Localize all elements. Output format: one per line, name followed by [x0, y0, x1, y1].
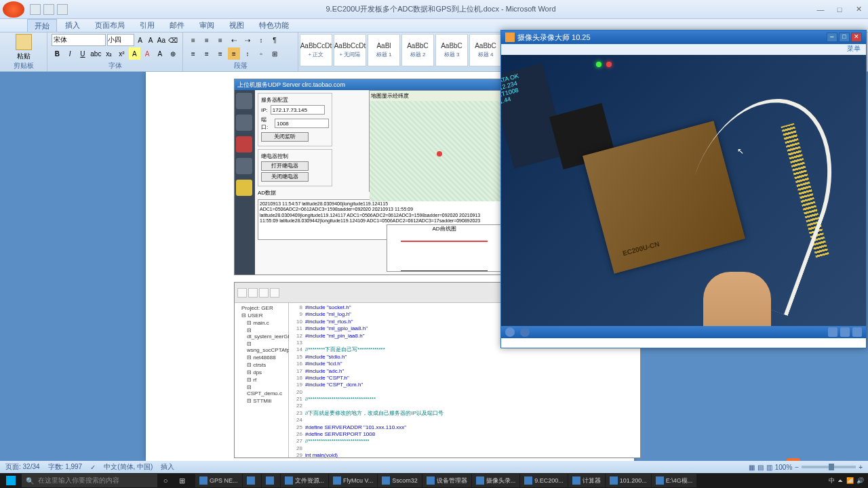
- ribbon-tab[interactable]: 审阅: [193, 19, 221, 32]
- numbering-btn[interactable]: ≡: [201, 34, 213, 46]
- taskbar-item[interactable]: 9.EC200...: [520, 474, 568, 487]
- maximize-button[interactable]: □: [833, 4, 846, 15]
- style-item[interactable]: AaBbC标题 3: [435, 34, 468, 66]
- taskbar-item[interactable]: [262, 474, 280, 487]
- char-border-btn[interactable]: A: [154, 47, 165, 60]
- ribbon-tab[interactable]: 插入: [58, 19, 87, 32]
- ip-input[interactable]: [271, 105, 325, 115]
- port-input[interactable]: [275, 119, 329, 128]
- project-tree[interactable]: Project: GER⊟ USER⊟ main.c⊟ dt_system_ie…: [235, 303, 289, 458]
- zoom-in-btn[interactable]: +: [859, 464, 863, 471]
- cam-close-btn[interactable]: ✕: [851, 33, 862, 42]
- sort-btn[interactable]: ↕: [255, 34, 267, 46]
- shrink-font-btn[interactable]: A: [146, 34, 155, 46]
- taskbar-search[interactable]: 🔍 在这里输入你要搜索的内容: [22, 474, 157, 487]
- align-right-btn[interactable]: ≡: [214, 47, 226, 60]
- udp-sidebar-icon[interactable]: [236, 115, 252, 131]
- tray-icon[interactable]: ⏶: [837, 477, 844, 484]
- ide-toolbar-btn[interactable]: [259, 288, 269, 298]
- zoom-slider[interactable]: [802, 466, 856, 468]
- tree-item[interactable]: ⊟ CSPT_demo.c: [236, 384, 287, 397]
- multilevel-btn[interactable]: ≡: [214, 34, 226, 46]
- taskbar-item[interactable]: Sscom32: [378, 474, 422, 487]
- strike-btn[interactable]: abc: [90, 47, 102, 60]
- udp-sidebar-icon[interactable]: [236, 136, 252, 152]
- indent-dec-btn[interactable]: ⇠: [228, 34, 240, 46]
- change-case-btn[interactable]: Aa: [157, 34, 166, 46]
- camera-menu[interactable]: 菜单: [847, 45, 861, 52]
- cam-ctrl-btn[interactable]: [840, 327, 850, 337]
- start-button[interactable]: [0, 473, 22, 488]
- view-btn[interactable]: ▦: [749, 464, 755, 471]
- qat-undo[interactable]: [43, 4, 54, 15]
- office-button[interactable]: [3, 1, 24, 18]
- tree-item[interactable]: ⊟ net48688: [236, 354, 287, 361]
- tree-item[interactable]: ⊟ main.c: [236, 319, 287, 327]
- ide-toolbar-btn[interactable]: [237, 288, 247, 298]
- tray-volume-icon[interactable]: 🔊: [856, 477, 864, 484]
- cam-maximize-btn[interactable]: □: [839, 33, 850, 42]
- tree-item[interactable]: ⊟ rf: [236, 376, 287, 384]
- cortana-btn[interactable]: ○: [157, 476, 174, 485]
- font-size-select[interactable]: [107, 34, 134, 46]
- underline-btn[interactable]: U: [77, 47, 89, 60]
- ribbon-tab[interactable]: 邮件: [163, 19, 191, 32]
- status-lang[interactable]: 中文(简体, 中国): [104, 462, 153, 472]
- char-shading-btn[interactable]: ⊕: [167, 47, 178, 60]
- clear-format-btn[interactable]: ⌫: [167, 34, 178, 46]
- align-left-btn[interactable]: ≡: [187, 47, 199, 60]
- view-btn[interactable]: ▤: [757, 464, 764, 471]
- tree-item[interactable]: ⊟ dt_system_ieerGPS.c: [236, 327, 287, 340]
- tree-item[interactable]: Project: GER: [236, 304, 287, 312]
- qat-save[interactable]: [30, 4, 41, 15]
- ide-toolbar-btn[interactable]: [248, 288, 258, 298]
- style-item[interactable]: AaBbC标题 4: [469, 34, 502, 66]
- tree-item[interactable]: ⊟ STTMiii: [236, 397, 287, 405]
- taskbar-item[interactable]: 设备管理器: [422, 474, 471, 487]
- status-mode[interactable]: 插入: [161, 462, 174, 472]
- ribbon-tab[interactable]: 页面布局: [88, 19, 132, 32]
- ribbon-tab[interactable]: 视图: [222, 19, 251, 32]
- relay-open-btn[interactable]: 打开继电器: [261, 161, 309, 171]
- ribbon-tab[interactable]: 开始: [27, 19, 57, 32]
- status-words[interactable]: 字数: 1,997: [48, 462, 83, 472]
- superscript-btn[interactable]: x²: [116, 47, 127, 60]
- style-item[interactable]: AaBbC标题 2: [401, 34, 434, 66]
- align-center-btn[interactable]: ≡: [201, 47, 213, 60]
- italic-btn[interactable]: I: [64, 47, 76, 60]
- taskbar-item[interactable]: GPS NE...: [195, 474, 242, 487]
- tree-item[interactable]: ⊟ dps: [236, 369, 287, 376]
- style-item[interactable]: AaBbCcDt+ 无间隔: [334, 34, 366, 66]
- taskbar-item[interactable]: FlyMcu V...: [329, 474, 377, 487]
- style-item[interactable]: AaBbCcDt+ 正文: [300, 34, 332, 66]
- taskbar-item[interactable]: E:\4G模...: [652, 474, 697, 487]
- shading-btn[interactable]: ▫: [255, 47, 267, 60]
- paste-icon[interactable]: [16, 34, 32, 50]
- minimize-button[interactable]: —: [814, 4, 827, 15]
- line-spacing-btn[interactable]: ↕: [241, 47, 254, 60]
- font-color-btn[interactable]: A: [142, 47, 153, 60]
- tree-item[interactable]: ⊟ ctrsts: [236, 361, 287, 369]
- bold-btn[interactable]: B: [52, 47, 63, 60]
- subscript-btn[interactable]: x₂: [103, 47, 115, 60]
- font-name-select[interactable]: [52, 34, 106, 46]
- cam-ctrl-btn[interactable]: [828, 327, 837, 337]
- taskbar-item[interactable]: [243, 474, 261, 487]
- taskbar-item[interactable]: 文件资源...: [281, 474, 329, 487]
- tree-item[interactable]: ⊟ wsng_socCPTAfps.c: [236, 340, 287, 354]
- ide-toolbar-btn[interactable]: [270, 288, 279, 298]
- cam-record-btn[interactable]: [505, 327, 515, 337]
- borders-btn[interactable]: ⊞: [269, 47, 281, 60]
- close-button[interactable]: ✕: [852, 4, 865, 15]
- udp-sidebar-icon[interactable]: [236, 180, 252, 196]
- qat-redo[interactable]: [57, 4, 68, 15]
- highlight-btn[interactable]: A: [129, 47, 140, 60]
- relay-close-btn[interactable]: 关闭继电器: [261, 172, 309, 182]
- taskbar-item[interactable]: 计算器: [568, 474, 605, 487]
- ribbon-tab[interactable]: 特色功能: [252, 19, 296, 32]
- justify-btn[interactable]: ≡: [228, 47, 240, 60]
- udp-sidebar-icon[interactable]: [236, 158, 252, 174]
- status-page[interactable]: 页面: 32/34: [5, 462, 40, 472]
- cam-minimize-btn[interactable]: ‒: [827, 33, 837, 42]
- grow-font-btn[interactable]: A: [136, 34, 144, 46]
